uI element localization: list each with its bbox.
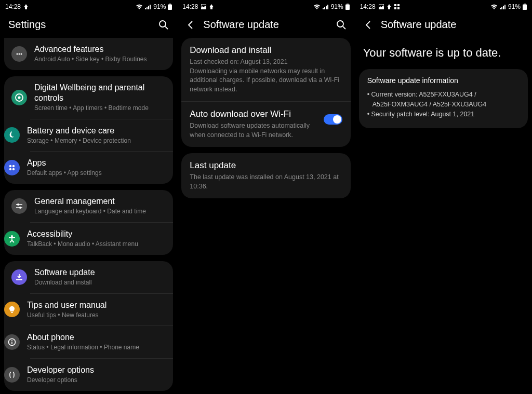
battery-icon bbox=[4, 127, 20, 143]
row-sub: Screen time • App timers • Bedtime mode bbox=[34, 104, 166, 113]
settings-group: Advanced featuresAndroid Auto • Side key… bbox=[4, 38, 173, 70]
detail-sub: Last checked on: August 13, 2021 Downloa… bbox=[190, 58, 342, 94]
svg-rect-32 bbox=[345, 5, 350, 10]
settings-item-about-phone[interactable]: About phoneStatus • Legal information • … bbox=[30, 325, 173, 358]
settings-group: General managementLanguage and keyboard … bbox=[4, 190, 173, 255]
bulb-icon bbox=[4, 302, 20, 317]
status-time: 14:28 bbox=[182, 3, 198, 10]
svg-rect-30 bbox=[327, 5, 328, 9]
detail-title: Auto download over Wi-Fi bbox=[190, 109, 318, 119]
svg-point-9 bbox=[19, 53, 20, 55]
svg-rect-25 bbox=[11, 342, 12, 344]
settings-item-digital-wellbeing-and-parental-controls[interactable]: Digital Wellbeing and parental controlsS… bbox=[4, 76, 173, 119]
svg-rect-29 bbox=[326, 6, 327, 9]
svg-line-7 bbox=[165, 26, 168, 29]
svg-point-12 bbox=[18, 96, 21, 99]
battery-icon bbox=[168, 4, 172, 10]
svg-rect-1 bbox=[147, 7, 148, 9]
search-icon[interactable] bbox=[158, 20, 169, 30]
notification-icon bbox=[209, 4, 214, 9]
row-title: Battery and device care bbox=[27, 126, 166, 136]
svg-rect-0 bbox=[145, 8, 146, 9]
row-title: Advanced features bbox=[34, 44, 166, 55]
update-option-download-and-install[interactable]: Download and installLast checked on: Aug… bbox=[181, 38, 350, 101]
svg-rect-44 bbox=[524, 4, 526, 5]
settings-item-developer-options[interactable]: Developer optionsDeveloper options bbox=[30, 358, 173, 391]
settings-item-accessibility[interactable]: AccessibilityTalkBack • Mono audio • Ass… bbox=[30, 222, 173, 255]
svg-point-13 bbox=[9, 165, 11, 167]
svg-rect-41 bbox=[501, 7, 502, 9]
svg-point-33 bbox=[337, 21, 343, 27]
back-icon[interactable] bbox=[185, 20, 196, 30]
status-bar: 14:28 91% bbox=[177, 0, 354, 13]
settings-item-advanced-features[interactable]: Advanced featuresAndroid Auto • Side key… bbox=[4, 38, 173, 70]
settings-item-general-management[interactable]: General managementLanguage and keyboard … bbox=[4, 190, 173, 222]
svg-point-8 bbox=[17, 53, 18, 55]
settings-group: Software updateDownload and installTips … bbox=[4, 261, 173, 391]
row-title: Accessibility bbox=[27, 229, 166, 239]
row-sub: Default apps • App settings bbox=[27, 169, 166, 178]
search-icon[interactable] bbox=[336, 20, 347, 30]
settings-item-software-update[interactable]: Software updateDownload and install bbox=[4, 261, 173, 293]
row-title: About phone bbox=[27, 332, 166, 343]
wellbeing-icon bbox=[11, 90, 27, 105]
row-sub: Developer options bbox=[27, 376, 166, 385]
svg-point-14 bbox=[12, 165, 15, 167]
update-options-group: Download and installLast checked on: Aug… bbox=[181, 38, 350, 147]
battery-percent: 91% bbox=[153, 3, 166, 10]
update-option-auto-download-over-wi-fi[interactable]: Auto download over Wi-FiDownload softwar… bbox=[181, 101, 350, 147]
svg-rect-27 bbox=[323, 8, 324, 9]
page-title: Software update bbox=[203, 19, 328, 31]
info-line: Security patch level: August 1, 2021 bbox=[367, 110, 520, 119]
row-title: Digital Wellbeing and parental controls bbox=[34, 83, 166, 103]
detail-title: Download and install bbox=[190, 45, 342, 56]
battery-icon bbox=[345, 4, 350, 10]
header: Software update bbox=[177, 13, 354, 38]
dots-icon bbox=[11, 46, 27, 62]
info-card-title: Software update information bbox=[367, 76, 520, 85]
wifi-icon bbox=[313, 4, 321, 9]
svg-rect-45 bbox=[523, 5, 527, 10]
signal-icon bbox=[145, 4, 151, 9]
svg-rect-28 bbox=[324, 7, 325, 9]
wifi-icon bbox=[136, 4, 143, 9]
software-update-status-screen: 14:28 91% Sof bbox=[355, 0, 532, 394]
svg-rect-38 bbox=[394, 7, 396, 9]
settings-item-battery-and-device-care[interactable]: Battery and device careStorage • Memory … bbox=[30, 119, 173, 152]
settings-screen: 14:28 91% Settings Advanced featuresAndr… bbox=[0, 0, 177, 394]
sliders-icon bbox=[11, 198, 27, 214]
header: Software update bbox=[355, 13, 532, 38]
settings-item-apps[interactable]: AppsDefault apps • App settings bbox=[30, 151, 173, 184]
apps-icon bbox=[394, 4, 400, 9]
update-status-headline: Your software is up to date. bbox=[355, 38, 532, 69]
svg-point-18 bbox=[17, 203, 19, 206]
svg-rect-39 bbox=[397, 7, 400, 9]
svg-rect-3 bbox=[150, 5, 151, 9]
row-sub: Language and keyboard • Date and time bbox=[34, 207, 166, 216]
battery-percent: 91% bbox=[331, 3, 343, 10]
last-update-group: Last updateThe last update was installed… bbox=[181, 153, 350, 198]
page-title: Settings bbox=[8, 19, 151, 31]
status-time: 14:28 bbox=[360, 3, 376, 10]
svg-point-15 bbox=[9, 168, 11, 170]
battery-icon bbox=[523, 4, 527, 10]
toggle-switch[interactable] bbox=[324, 114, 342, 125]
svg-rect-42 bbox=[503, 6, 504, 9]
row-sub: Storage • Memory • Device protection bbox=[27, 137, 166, 145]
update-option-last-update[interactable]: Last updateThe last update was installed… bbox=[181, 153, 350, 198]
settings-item-tips-and-user-manual[interactable]: Tips and user manualUseful tips • New fe… bbox=[30, 293, 173, 326]
signal-icon bbox=[323, 4, 329, 9]
back-icon[interactable] bbox=[363, 20, 374, 30]
wifi-icon bbox=[490, 4, 498, 9]
apps-icon bbox=[4, 160, 20, 175]
svg-point-24 bbox=[11, 340, 12, 341]
row-sub: Android Auto • Side key • Bixby Routines bbox=[34, 55, 166, 64]
svg-rect-4 bbox=[169, 4, 171, 5]
svg-rect-22 bbox=[11, 312, 13, 313]
svg-point-20 bbox=[19, 207, 21, 209]
svg-line-34 bbox=[343, 26, 345, 29]
svg-rect-2 bbox=[148, 6, 149, 9]
svg-rect-31 bbox=[347, 4, 349, 5]
svg-point-6 bbox=[159, 21, 166, 27]
accessibility-icon bbox=[4, 231, 20, 247]
